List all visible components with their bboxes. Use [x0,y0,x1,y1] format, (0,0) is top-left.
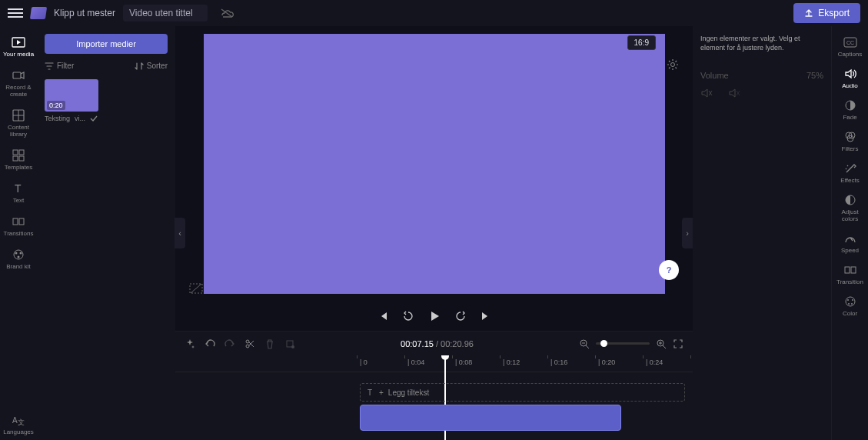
text-icon: T [12,182,25,195]
zoom-in-button[interactable] [656,338,667,349]
video-clip-on-timeline[interactable] [360,405,621,431]
svg-rect-2 [13,72,21,78]
preview-canvas[interactable] [204,34,665,294]
fade-icon [843,98,857,112]
svg-point-48 [848,303,850,305]
upload-icon [804,8,813,18]
nav-content-library[interactable]: Content library [2,104,35,142]
svg-text:A: A [12,416,18,425]
filter-button[interactable]: Filter [45,62,74,70]
safe-zone-toggle[interactable] [189,283,203,294]
svg-rect-6 [13,150,18,155]
svg-point-19 [671,63,675,67]
ruler-mark: | 0:12 [503,358,520,366]
ruler-mark: | 0:24 [646,358,663,366]
nav-text[interactable]: T Text [2,177,35,208]
text-icon: T [367,388,374,396]
plus-icon: + [379,388,384,397]
menu-button[interactable] [8,5,23,21]
forward-button[interactable] [454,310,467,322]
skip-forward-button[interactable] [481,311,491,322]
nav-fade[interactable]: Fade [833,94,867,125]
effects-icon [843,162,857,175]
nav-filters[interactable]: Filters [833,125,867,157]
volume-label: Volume [700,71,729,80]
ruler-mark: | 0 [360,358,367,366]
svg-text:文: 文 [18,418,25,425]
mute-button[interactable] [700,88,713,98]
clip-duration: 0:20 [47,101,65,110]
play-button[interactable] [428,310,441,322]
text-track-placeholder[interactable]: T + Legg tiltekst [360,383,685,402]
ruler-mark: | 0:04 [407,358,424,366]
split-button[interactable] [244,338,255,349]
rewind-button[interactable] [402,310,414,322]
nav-color[interactable]: Color [833,290,867,322]
svg-point-49 [851,303,853,305]
nav-languages[interactable]: A文 Languages [2,408,35,440]
templates-icon [12,148,25,162]
media-icon [12,35,25,49]
zoom-fit-button[interactable] [673,338,683,349]
timeline[interactable]: | 0| 0:04| 0:08| 0:12| 0:16| 0:20| 0:24|… [175,355,693,440]
check-icon [90,115,98,122]
timeline-ruler[interactable]: | 0| 0:04| 0:08| 0:12| 0:16| 0:20| 0:24|… [175,355,693,372]
svg-line-32 [663,345,666,348]
nav-brand-kit[interactable]: Brand kit [2,243,35,275]
media-clip-thumbnail[interactable]: 0:20 [45,79,98,112]
filters-icon [843,130,857,144]
sort-button[interactable]: Sorter [135,62,168,70]
aspect-ratio-selector[interactable]: 16:9 [627,35,656,50]
filter-icon [45,62,54,70]
library-icon [12,108,25,122]
import-media-button[interactable]: Importer medier [45,34,168,54]
ruler-mark: | 0:16 [550,358,567,366]
nav-transition[interactable]: Transition [833,258,867,290]
video-title-input[interactable] [123,5,208,22]
captions-icon: CC [843,35,857,49]
nav-record-create[interactable]: Record & create [2,64,35,102]
svg-point-47 [852,299,853,301]
sort-icon [135,62,144,70]
record-icon [12,68,25,82]
nav-effects[interactable]: Effects [833,157,867,188]
nav-adjust-colors[interactable]: Adjust colors [833,188,867,227]
svg-rect-12 [19,218,24,225]
nav-templates[interactable]: Templates [2,144,35,175]
nav-your-media[interactable]: Your media [2,31,35,62]
auto-enhance-button[interactable] [185,338,195,349]
redo-button[interactable] [224,338,235,349]
ruler-mark: | 0:20 [598,358,615,366]
svg-point-45 [846,297,855,306]
nav-speed[interactable]: Speed [833,227,867,258]
svg-line-21 [191,284,201,293]
nav-captions[interactable]: CC Captions [833,31,867,62]
nav-transitions[interactable]: Transitions [2,210,35,242]
skip-back-button[interactable] [377,311,388,322]
svg-point-16 [18,256,20,258]
detach-audio-button[interactable] [728,88,740,98]
svg-text:T: T [15,183,22,194]
export-button[interactable]: Eksport [793,3,860,23]
delete-button[interactable] [264,338,275,349]
color-icon [843,295,857,308]
languages-icon: A文 [12,413,25,427]
svg-point-25 [291,345,294,348]
audio-icon [843,67,857,81]
zoom-out-button[interactable] [579,338,590,349]
nav-audio[interactable]: Audio [833,62,867,94]
adjust-icon [843,193,857,207]
brand-icon [12,248,25,262]
app-name: Klipp ut mester [54,8,115,18]
help-button[interactable]: ? [659,260,679,280]
cloud-sync-off-icon[interactable] [220,8,234,18]
undo-button[interactable] [205,338,215,349]
svg-line-28 [586,345,589,348]
svg-point-15 [20,252,22,255]
preview-settings-button[interactable] [667,58,679,71]
svg-text:T: T [367,388,372,396]
crop-button[interactable] [284,338,295,349]
zoom-slider[interactable] [596,342,650,345]
volume-value: 75% [806,71,823,80]
collapse-right-panel-button[interactable]: › [682,218,693,248]
